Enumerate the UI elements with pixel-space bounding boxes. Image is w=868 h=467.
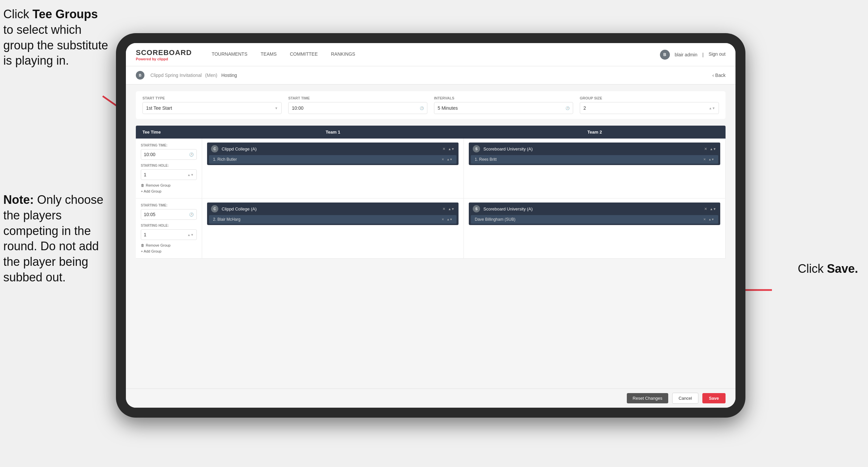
team1-header-1: C Clippd College (A) × ▲▼ (207, 143, 459, 155)
tee-groups-bold: Tee Groups (32, 7, 98, 21)
reset-changes-button[interactable]: Reset Changes (627, 393, 669, 403)
starting-time-clock-icon-1: 🕐 (189, 152, 194, 157)
start-time-input[interactable]: 10:00 🕐 (288, 102, 427, 114)
add-group-button-1[interactable]: + Add Group (141, 189, 197, 193)
team2-name-1: Scoreboard University (A) (483, 146, 704, 151)
team2-card-2[interactable]: S Scoreboard University (A) × ▲▼ Dave Bi… (469, 203, 720, 225)
player-card-1-1[interactable]: 1. Rich Butler × ▲▼ (209, 155, 457, 164)
team1-name-2: Clippd College (A) (222, 206, 443, 211)
group-size-value: 2 (583, 106, 586, 111)
team1-col-2: C Clippd College (A) × ▲▼ 2. Blair McHar… (202, 199, 464, 258)
team2-actions-1: × ▲▼ (704, 146, 716, 151)
player-card-2-2[interactable]: Dave Billingham (SUB) × ▲▼ (471, 215, 718, 224)
player-caret-icon-2-1: ▲▼ (708, 158, 714, 161)
starting-hole-label-1: STARTING HOLE: (141, 164, 197, 167)
intervals-input[interactable]: 5 Minutes 🕐 (434, 102, 573, 114)
nav-teams[interactable]: TEAMS (254, 43, 283, 66)
start-time-value: 10:00 (292, 106, 304, 111)
team2-remove-icon-2[interactable]: × (704, 206, 707, 211)
team1-remove-icon-1[interactable]: × (443, 146, 445, 151)
starting-time-clock-icon-2: 🕐 (189, 212, 194, 217)
note-label: Note: (3, 193, 34, 206)
team1-remove-icon-2[interactable]: × (443, 206, 445, 211)
remove-group-button-2[interactable]: 🗑 Remove Group (141, 243, 197, 247)
starting-time-input-1[interactable]: 10:00 🕐 (141, 149, 197, 160)
start-type-value: 1st Tee Start (146, 106, 172, 111)
sign-out-link[interactable]: Sign out (709, 51, 725, 58)
team1-card-1[interactable]: C Clippd College (A) × ▲▼ 1. Rich Butler (207, 143, 459, 165)
group-size-input[interactable]: 2 ▲▼ (580, 102, 719, 114)
col-team2-header: Team 2 (464, 126, 725, 139)
nav-rankings[interactable]: RANKINGS (324, 43, 362, 66)
tee-group-row-2: STARTING TIME: 10:05 🕐 STARTING HOLE: 1 … (136, 199, 725, 259)
start-type-input[interactable]: 1st Tee Start ▼ (143, 102, 282, 114)
config-row: Start Type 1st Tee Start ▼ Start Time 10… (136, 91, 725, 119)
config-group-size: Group Size 2 ▲▼ (580, 96, 719, 114)
player-remove-icon-1-2[interactable]: × (442, 217, 444, 222)
tee-time-col-1: STARTING TIME: 10:00 🕐 STARTING HOLE: 1 … (136, 139, 202, 198)
player-card-2-1[interactable]: 1. Rees Britt × ▲▼ (471, 155, 718, 164)
main-content: Start Type 1st Tee Start ▼ Start Time 10… (126, 85, 736, 388)
logo-area: SCOREBOARD Powered by clippd (136, 49, 192, 61)
starting-time-label-1: STARTING TIME: (141, 144, 197, 147)
tee-group-row: STARTING TIME: 10:00 🕐 STARTING HOLE: 1 … (136, 139, 725, 199)
team2-actions-2: × ▲▼ (704, 206, 716, 211)
col-team1-header: Team 1 (202, 126, 464, 139)
team2-card-1[interactable]: S Scoreboard University (A) × ▲▼ 1. Rees… (469, 143, 720, 165)
tablet-screen: SCOREBOARD Powered by clippd TOURNAMENTS… (126, 43, 736, 408)
starting-hole-input-2[interactable]: 1 ▲▼ (141, 229, 197, 240)
col-tee-header: Tee Time (136, 126, 202, 139)
config-start-type: Start Type 1st Tee Start ▼ (143, 96, 282, 114)
intervals-label: Intervals (434, 96, 573, 100)
hosting-label: Hosting (221, 72, 237, 78)
remove-group-button-1[interactable]: 🗑 Remove Group (141, 183, 197, 187)
user-name: blair admin (675, 52, 698, 57)
tournament-gender: (Men) (205, 72, 217, 78)
starting-time-label-2: STARTING TIME: (141, 204, 197, 207)
instruction-text: Click Tee Groups to select which group t… (3, 7, 109, 68)
player-actions-1-2: × ▲▼ (442, 217, 453, 222)
player-caret-icon-1-1: ▲▼ (446, 158, 453, 161)
team2-header-2: S Scoreboard University (A) × ▲▼ (469, 203, 720, 215)
save-button[interactable]: Save (702, 393, 725, 403)
player-remove-icon-1-1[interactable]: × (442, 157, 444, 162)
user-avatar: B (660, 50, 670, 60)
team1-actions-1: × ▲▼ (443, 146, 455, 151)
starting-hole-value-2: 1 (144, 232, 147, 237)
sub-header: B Clippd Spring Invitational (Men) Hosti… (126, 66, 736, 85)
starting-hole-caret-icon-2: ▲▼ (187, 233, 194, 237)
team1-icon-1: C (211, 145, 218, 152)
group-size-label: Group Size (580, 96, 719, 100)
team2-icon-1: S (473, 145, 480, 152)
team1-caret-icon-2: ▲▼ (448, 207, 455, 211)
note-text: Note: Only choose the players competing … (3, 192, 113, 285)
team2-col-1: S Scoreboard University (A) × ▲▼ 1. Rees… (464, 139, 725, 198)
player-remove-icon-2-1[interactable]: × (703, 157, 706, 162)
player-card-1-2[interactable]: 2. Blair McHarg × ▲▼ (209, 215, 457, 224)
starting-time-input-2[interactable]: 10:05 🕐 (141, 209, 197, 220)
start-time-label: Start Time (288, 96, 427, 100)
back-button[interactable]: ‹ Back (712, 72, 725, 78)
starting-hole-input-1[interactable]: 1 ▲▼ (141, 169, 197, 180)
team2-remove-icon-1[interactable]: × (704, 146, 707, 151)
tee-groups: STARTING TIME: 10:00 🕐 STARTING HOLE: 1 … (136, 139, 725, 259)
team2-col-2: S Scoreboard University (A) × ▲▼ Dave Bi… (464, 199, 725, 258)
player-name-1-2: 2. Blair McHarg (213, 217, 442, 222)
tournament-name: Clippd Spring Invitational (150, 72, 202, 78)
nav-tournaments[interactable]: TOURNAMENTS (205, 43, 254, 66)
team2-caret-icon-2: ▲▼ (710, 207, 716, 211)
footer: Reset Changes Cancel Save (126, 388, 736, 408)
logo-scoreboard: SCOREBOARD (136, 49, 192, 57)
cancel-button[interactable]: Cancel (672, 393, 698, 404)
team1-actions-2: × ▲▼ (443, 206, 455, 211)
start-type-caret-icon: ▼ (275, 107, 278, 110)
player-remove-icon-2-2[interactable]: × (703, 217, 706, 222)
nav-right: B blair admin | Sign out (660, 50, 726, 60)
start-type-label: Start Type (143, 96, 282, 100)
nav-committee[interactable]: COMMITTEE (283, 43, 324, 66)
add-group-button-2[interactable]: + Add Group (141, 249, 197, 253)
team1-card-2[interactable]: C Clippd College (A) × ▲▼ 2. Blair McHar… (207, 203, 459, 225)
group-size-caret-icon: ▲▼ (709, 107, 715, 110)
player-caret-icon-1-2: ▲▼ (446, 218, 453, 221)
player-name-2-2: Dave Billingham (SUB) (475, 217, 703, 222)
